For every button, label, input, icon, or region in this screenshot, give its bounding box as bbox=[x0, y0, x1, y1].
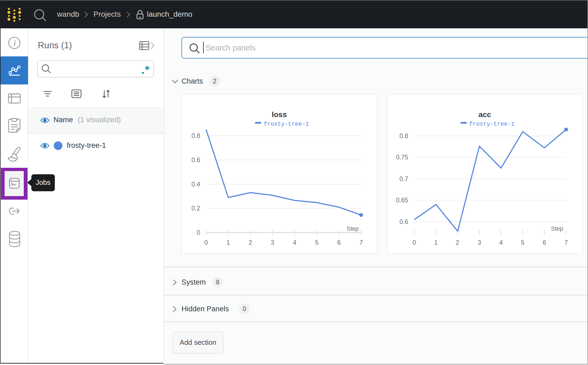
svg-text:0.8: 0.8 bbox=[191, 132, 200, 139]
svg-text:4: 4 bbox=[293, 239, 297, 246]
svg-text:Step: Step bbox=[347, 225, 359, 232]
svg-text:6: 6 bbox=[543, 239, 546, 246]
svg-text:frosty-tree-1: frosty-tree-1 bbox=[469, 121, 515, 127]
svg-text:0: 0 bbox=[204, 239, 208, 246]
svg-text:2: 2 bbox=[249, 239, 252, 246]
svg-text:0.4: 0.4 bbox=[191, 181, 200, 188]
svg-text:loss: loss bbox=[272, 110, 287, 119]
svg-text:6: 6 bbox=[337, 239, 341, 246]
svg-text:0.6: 0.6 bbox=[399, 218, 408, 225]
svg-text:3: 3 bbox=[271, 239, 274, 246]
svg-text:0: 0 bbox=[413, 239, 416, 246]
svg-text:0.7: 0.7 bbox=[399, 175, 408, 182]
svg-text:i: i bbox=[14, 38, 16, 48]
svg-text:0.65: 0.65 bbox=[396, 197, 408, 204]
svg-text:Step: Step bbox=[551, 225, 563, 232]
svg-text:frosty-tree-1: frosty-tree-1 bbox=[264, 121, 309, 127]
svg-text:2: 2 bbox=[456, 239, 459, 246]
svg-text:0.75: 0.75 bbox=[396, 154, 408, 161]
svg-text:1: 1 bbox=[227, 239, 230, 246]
svg-text:0.8: 0.8 bbox=[399, 132, 408, 139]
svg-text:0.2: 0.2 bbox=[191, 205, 200, 212]
svg-text:acc: acc bbox=[479, 110, 491, 119]
svg-text:0: 0 bbox=[197, 229, 200, 236]
svg-text:1: 1 bbox=[434, 239, 438, 246]
svg-text:0.6: 0.6 bbox=[191, 156, 200, 163]
svg-text:5: 5 bbox=[521, 239, 525, 246]
svg-text:4: 4 bbox=[499, 239, 503, 246]
svg-text:7: 7 bbox=[565, 239, 568, 246]
svg-text:5: 5 bbox=[315, 239, 319, 246]
svg-text:7: 7 bbox=[359, 239, 363, 246]
svg-text:3: 3 bbox=[478, 239, 481, 246]
